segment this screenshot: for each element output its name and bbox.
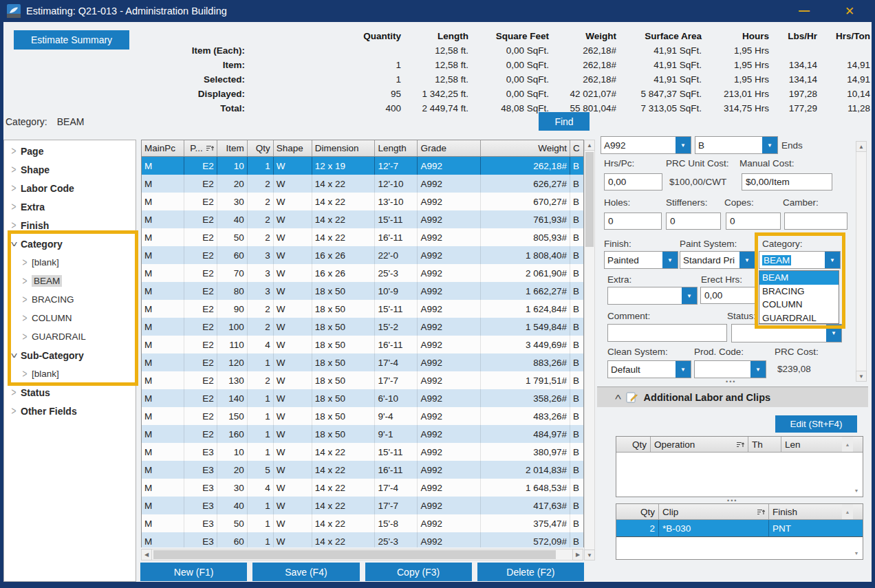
camber-field[interactable]: [784, 213, 847, 230]
chevron-icon[interactable]: >: [21, 330, 29, 342]
tree-item[interactable]: > GUARDRAIL: [4, 327, 136, 346]
category-option[interactable]: GUARDRAIL: [759, 312, 839, 325]
dropdown-arrow-icon[interactable]: ▼: [682, 287, 697, 304]
close-button[interactable]: ✕: [838, 0, 861, 22]
chevron-icon[interactable]: >: [21, 312, 29, 324]
grid-col-dimension[interactable]: Dimension: [312, 140, 376, 156]
type-combo[interactable]: B ▼: [695, 136, 778, 154]
table-row[interactable]: M E2 20 2 W 14 x 22 12'-10 A992 626,27# …: [142, 175, 583, 193]
grid-col-length[interactable]: Length: [375, 140, 418, 156]
table-row[interactable]: M E2 80 3 W 18 x 50 10'-9 A992 1 662,27#…: [142, 282, 583, 300]
hrs-pc-field[interactable]: 0,00: [604, 173, 662, 190]
table-row[interactable]: M E2 60 3 W 16 x 26 22'-0 A992 1 808,40#…: [142, 246, 583, 264]
grade-combo[interactable]: A992 ▼: [601, 136, 691, 154]
panel-splitter-handle[interactable]: •••: [726, 378, 736, 385]
detail-scroll-down-icon[interactable]: ▼: [856, 371, 867, 382]
tree-item[interactable]: > COLUMN: [4, 309, 136, 327]
grid-col-weight[interactable]: Weight: [481, 140, 570, 156]
table-row[interactable]: M E2 70 3 W 16 x 26 25'-3 A992 2 061,90#…: [142, 264, 583, 282]
footer-action-button[interactable]: Delete (F2): [477, 563, 584, 581]
op-scroll-up-icon[interactable]: ▲: [842, 437, 853, 452]
footer-action-button[interactable]: Copy (F3): [365, 563, 472, 581]
extra-combo[interactable]: ▼: [607, 287, 698, 305]
tree-item[interactable]: > Other Fields: [4, 402, 136, 420]
table-row[interactable]: M E3 10 1 W 14 x 22 15'-11 A992 380,97# …: [142, 443, 583, 461]
additional-labor-section-header[interactable]: > Additional Labor and Clips: [597, 386, 868, 407]
prod-code-combo[interactable]: ▼: [694, 360, 766, 378]
copes-field[interactable]: 0: [726, 213, 781, 230]
table-row[interactable]: M E2 10 1 W 12 x 19 12'-7 A992 262,18# B: [142, 157, 583, 175]
tree-item-label[interactable]: Other Fields: [21, 406, 77, 417]
dropdown-arrow-icon[interactable]: ▼: [825, 252, 840, 268]
op-col-operation[interactable]: Operation: [651, 437, 748, 452]
tree-item[interactable]: > Category: [4, 235, 136, 253]
tree-item-label[interactable]: Shape: [21, 164, 50, 175]
chevron-icon[interactable]: >: [8, 351, 20, 360]
tree-item[interactable]: > [blank]: [4, 364, 136, 383]
paint-system-combo[interactable]: Standard Pri ▼: [680, 251, 755, 269]
grid-scroll-right-icon[interactable]: ▶: [572, 549, 583, 560]
table-row[interactable]: M E3 40 1 W 14 x 22 17'-7 A992 417,63# B: [142, 497, 583, 514]
dropdown-arrow-icon[interactable]: ▼: [676, 361, 691, 378]
tree-item-label[interactable]: Sub-Category: [21, 350, 84, 361]
tree-item-label[interactable]: [blank]: [32, 257, 59, 268]
grid-hscroll-thumb[interactable]: [153, 550, 556, 559]
clip-row[interactable]: 2 *B-030 PNT: [616, 520, 863, 536]
clip-col-clip[interactable]: Clip: [659, 504, 769, 519]
tree-item[interactable]: > [blank]: [4, 253, 136, 272]
tree-item-label[interactable]: Page: [21, 146, 43, 157]
dropdown-arrow-icon[interactable]: ▼: [826, 325, 841, 342]
manual-cost-field[interactable]: $0,00/Item: [742, 173, 832, 190]
table-row[interactable]: M E3 30 4 W 14 x 22 17'-4 A992 1 648,53#…: [142, 479, 583, 497]
clip-scroll-up-icon[interactable]: ▲: [842, 504, 853, 519]
table-row[interactable]: M E2 130 2 W 18 x 50 17'-7 A992 1 791,51…: [142, 371, 583, 389]
table-row[interactable]: M E2 150 1 W 18 x 50 9'-4 A992 483,26# B: [142, 407, 583, 425]
grid-col-shape[interactable]: Shape: [274, 140, 312, 156]
status-combo[interactable]: ▼: [731, 324, 842, 342]
tree-item[interactable]: > Sub-Category: [4, 346, 136, 364]
grid-col-grade[interactable]: Grade: [418, 140, 481, 156]
table-row[interactable]: M E2 140 1 W 18 x 50 6'-10 A992 358,26# …: [142, 389, 583, 407]
op-col-len[interactable]: Len: [781, 437, 842, 452]
dropdown-arrow-icon[interactable]: ▼: [676, 137, 691, 153]
tree-item-label[interactable]: BRACING: [32, 294, 74, 305]
table-row[interactable]: M E2 160 1 W 18 x 50 9'-1 A992 484,97# B: [142, 425, 583, 443]
chevron-icon[interactable]: >: [21, 293, 29, 305]
clean-system-combo[interactable]: Default ▼: [607, 360, 691, 378]
tree-item-label[interactable]: Status: [21, 387, 50, 398]
tree-item[interactable]: > BEAM: [4, 272, 136, 290]
chevron-icon[interactable]: >: [21, 274, 29, 287]
erect-hrs-field[interactable]: 0,00: [700, 287, 757, 304]
category-option[interactable]: COLUMN: [759, 298, 839, 312]
chevron-icon[interactable]: >: [10, 219, 18, 231]
chevron-icon[interactable]: >: [10, 144, 18, 157]
dropdown-arrow-icon[interactable]: ▼: [739, 252, 755, 268]
chevron-icon[interactable]: >: [8, 240, 20, 248]
dropdown-arrow-icon[interactable]: ▼: [750, 361, 766, 378]
grid-col-category[interactable]: C: [570, 140, 583, 156]
grid-col-item[interactable]: Item: [217, 140, 248, 156]
chevron-icon[interactable]: >: [10, 404, 18, 417]
find-button[interactable]: Find: [539, 112, 590, 131]
tree-item-label[interactable]: [blank]: [32, 369, 59, 379]
tree-item-label[interactable]: BEAM: [32, 275, 62, 287]
grid-col-qty[interactable]: Qty: [248, 140, 274, 156]
tree-item-label[interactable]: GUARDRAIL: [32, 331, 86, 342]
tree-item[interactable]: > Status: [4, 383, 136, 402]
tree-splitter-handle[interactable]: [137, 264, 139, 333]
chevron-icon[interactable]: >: [21, 367, 29, 380]
grid-vscroll-thumb[interactable]: [585, 152, 594, 247]
table-row[interactable]: M E2 30 2 W 14 x 22 13'-10 A992 670,27# …: [142, 193, 583, 210]
tree-item[interactable]: > Shape: [4, 160, 136, 179]
table-row[interactable]: M E2 90 2 W 18 x 50 15'-11 A992 1 624,84…: [142, 300, 583, 318]
chevron-icon[interactable]: >: [10, 386, 18, 398]
edit-labor-button[interactable]: Edit (Sft+F4): [775, 415, 857, 433]
tree-item[interactable]: > Labor Code: [4, 179, 136, 197]
clip-scroll-down-icon[interactable]: ▼: [851, 548, 862, 558]
tree-item-label[interactable]: Labor Code: [21, 183, 74, 194]
clip-col-qty[interactable]: Qty: [616, 504, 659, 519]
table-row[interactable]: M E2 50 2 W 14 x 22 16'-11 A992 805,93# …: [142, 228, 583, 246]
table-row[interactable]: M E2 120 1 W 18 x 50 17'-4 A992 883,26# …: [142, 353, 583, 371]
footer-action-button[interactable]: Save (F4): [252, 563, 359, 581]
category-option[interactable]: BEAM: [759, 271, 839, 285]
